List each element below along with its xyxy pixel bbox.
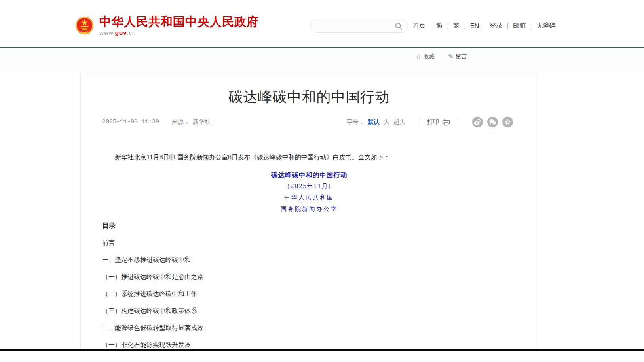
logo-text: 中华人民共和国中央人民政府 www.gov.cn: [99, 15, 259, 36]
site-url: www.gov.cn: [99, 29, 259, 36]
url-prefix: www.: [99, 29, 115, 36]
printer-icon: [442, 119, 450, 126]
nav-mail[interactable]: 邮箱: [513, 22, 526, 30]
font-size-label: 字号：: [347, 118, 365, 126]
nav-english[interactable]: EN: [470, 23, 479, 30]
nav-separator: [431, 23, 431, 29]
nav-separator: [448, 23, 448, 29]
search-box: [310, 19, 408, 33]
document-org-line1: 中华人民共和国: [81, 194, 538, 201]
top-nav: 首页 简 繁 EN 登录 邮箱 无障碍: [413, 22, 555, 30]
nav-home[interactable]: 首页: [413, 22, 426, 30]
print-label: 打印: [427, 118, 439, 126]
font-size-large[interactable]: 大: [384, 118, 389, 126]
url-highlight: gov: [115, 29, 127, 36]
sub-bar: ☆ 收藏 ✎ 留言: [0, 49, 644, 73]
favorite-button[interactable]: ☆ 收藏: [416, 53, 435, 60]
search-input[interactable]: [317, 19, 395, 32]
meta-left: 2025-11-08 11:39 来源： 新华社: [102, 118, 211, 126]
share-icons: [468, 117, 513, 127]
font-size-xlarge[interactable]: 超大: [393, 118, 405, 126]
star-icon: ☆: [416, 53, 421, 60]
search-icon[interactable]: [395, 22, 403, 30]
intro-paragraph: 新华社北京11月8日电 国务院新闻办公室8日发布《碳达峰碳中和的中国行动》白皮书…: [102, 152, 516, 163]
publish-datetime: 2025-11-08 11:39: [102, 119, 159, 125]
nav-separator: [507, 23, 508, 29]
meta-separator: [418, 119, 418, 126]
nav-accessibility[interactable]: 无障碍: [536, 22, 555, 30]
toc-heading: 目录: [102, 221, 116, 230]
article-card: 碳达峰碳中和的中国行动 2025-11-08 11:39 来源： 新华社 字号：…: [80, 73, 538, 362]
bottom-white-strip: [0, 351, 644, 362]
toc-item[interactable]: （一）推进碳达峰碳中和是必由之路: [102, 273, 516, 281]
qzone-star-share-icon[interactable]: [502, 117, 513, 127]
toc-item[interactable]: 一、坚定不移推进碳达峰碳中和: [102, 256, 516, 264]
comment-label: 留言: [456, 53, 467, 60]
page-actions: ☆ 收藏 ✎ 留言: [416, 53, 481, 60]
toc-item[interactable]: （一）非化石能源实现跃升发展: [102, 341, 516, 349]
meta-right: 字号： 默认 大 超大 打印: [347, 117, 513, 127]
site-header: 中华人民共和国中央人民政府 www.gov.cn 首页 简 繁 EN 登录 邮箱…: [0, 0, 644, 48]
nav-traditional[interactable]: 繁: [453, 22, 460, 30]
print-button[interactable]: 打印: [427, 118, 450, 126]
site-title: 中华人民共和国中央人民政府: [99, 15, 259, 28]
toc-list: 前言 一、坚定不移推进碳达峰碳中和 （一）推进碳达峰碳中和是必由之路 （二）系统…: [102, 239, 516, 358]
nav-login[interactable]: 登录: [490, 22, 502, 30]
document-date: （2025年11月）: [81, 182, 538, 190]
article-meta-row: 2025-11-08 11:39 来源： 新华社 字号： 默认 大 超大 打印: [102, 117, 513, 127]
toc-item[interactable]: 二、能源绿色低碳转型取得显著成效: [102, 324, 516, 332]
meta-separator: [459, 119, 459, 126]
source-label: 来源：: [172, 118, 190, 126]
toc-item[interactable]: （三）构建碳达峰碳中和政策体系: [102, 307, 516, 315]
document-org-line2: 国务院新闻办公室: [81, 205, 538, 213]
nav-separator: [484, 23, 484, 29]
article-title: 碳达峰碳中和的中国行动: [81, 87, 538, 107]
meta-divider: [102, 131, 513, 131]
wechat-share-icon[interactable]: [487, 117, 498, 127]
document-title: 碳达峰碳中和的中国行动: [81, 171, 538, 180]
font-size-default[interactable]: 默认: [368, 118, 380, 126]
url-suffix: .cn: [127, 29, 136, 36]
comment-button[interactable]: ✎ 留言: [448, 53, 467, 60]
toc-item[interactable]: 前言: [102, 239, 516, 247]
national-emblem-icon: [75, 16, 94, 35]
nav-separator: [531, 23, 531, 29]
pencil-icon: ✎: [448, 53, 453, 60]
site-logo[interactable]: 中华人民共和国中央人民政府 www.gov.cn: [75, 15, 259, 36]
toc-item[interactable]: （二）系统推进碳达峰碳中和工作: [102, 290, 516, 298]
source-value[interactable]: 新华社: [193, 118, 211, 126]
nav-separator: [465, 23, 465, 29]
nav-simplified[interactable]: 简: [436, 22, 443, 30]
favorite-label: 收藏: [424, 53, 435, 60]
bottom-edge-bar: [0, 349, 644, 351]
weibo-share-icon[interactable]: [472, 117, 483, 127]
